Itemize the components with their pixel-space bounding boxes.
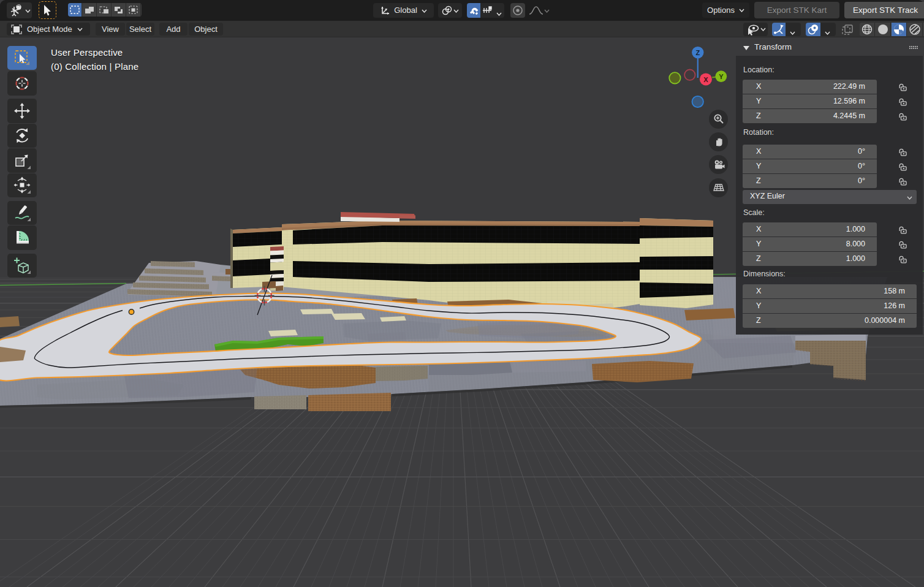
svg-text:Y: Y	[719, 73, 724, 80]
svg-text:Z: Z	[695, 49, 700, 56]
svg-text:X: X	[703, 76, 708, 83]
